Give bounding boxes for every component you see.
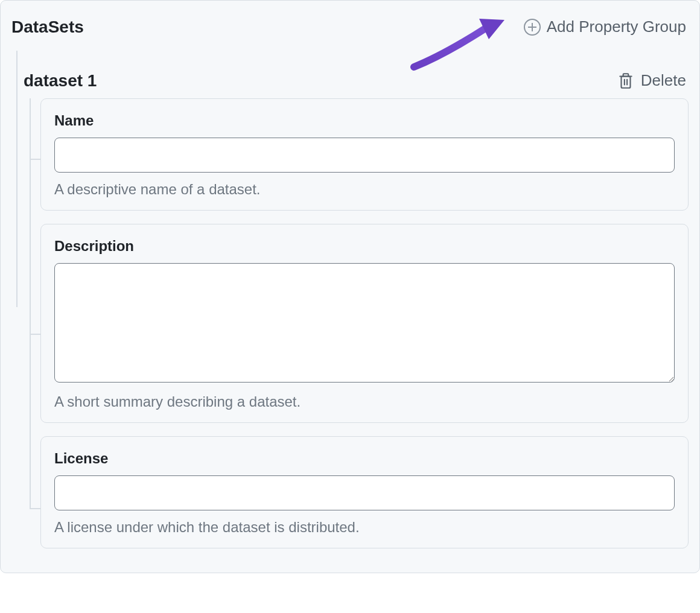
field-name-help: A descriptive name of a dataset. bbox=[54, 181, 675, 198]
svg-rect-1 bbox=[621, 76, 630, 87]
panel-title: DataSets bbox=[11, 17, 84, 37]
add-property-group-label: Add Property Group bbox=[547, 17, 686, 36]
field-license: License A license under which the datase… bbox=[40, 436, 689, 548]
field-description: Description A short summary describing a… bbox=[40, 224, 689, 423]
field-license-help: A license under which the dataset is dis… bbox=[54, 519, 675, 536]
fields-column: Name A descriptive name of a dataset. De… bbox=[40, 92, 689, 548]
group-header: dataset 1 Delete bbox=[24, 69, 689, 92]
field-license-input[interactable] bbox=[54, 475, 675, 510]
field-license-label: License bbox=[54, 450, 675, 467]
delete-group-button[interactable]: Delete bbox=[618, 69, 686, 92]
datasets-panel: DataSets Add Property Group dataset 1 bbox=[0, 0, 700, 573]
field-description-help: A short summary describing a dataset. bbox=[54, 393, 675, 410]
trash-icon bbox=[618, 72, 634, 90]
field-name-input[interactable] bbox=[54, 138, 675, 173]
field-description-label: Description bbox=[54, 238, 675, 255]
add-property-group-button[interactable]: Add Property Group bbox=[524, 15, 686, 39]
field-name: Name A descriptive name of a dataset. bbox=[40, 98, 689, 211]
property-group: dataset 1 Delete bbox=[24, 39, 689, 573]
fields-area: Name A descriptive name of a dataset. De… bbox=[24, 92, 689, 548]
field-name-label: Name bbox=[54, 112, 675, 129]
field-description-input[interactable] bbox=[54, 263, 675, 383]
delete-label: Delete bbox=[641, 71, 686, 90]
tree-body: dataset 1 Delete bbox=[1, 39, 699, 573]
tree-line-outer bbox=[11, 39, 24, 573]
group-title: dataset 1 bbox=[24, 71, 97, 91]
panel-header: DataSets Add Property Group bbox=[1, 1, 699, 39]
plus-circle-icon bbox=[524, 19, 541, 36]
tree-line-inner bbox=[24, 92, 40, 548]
